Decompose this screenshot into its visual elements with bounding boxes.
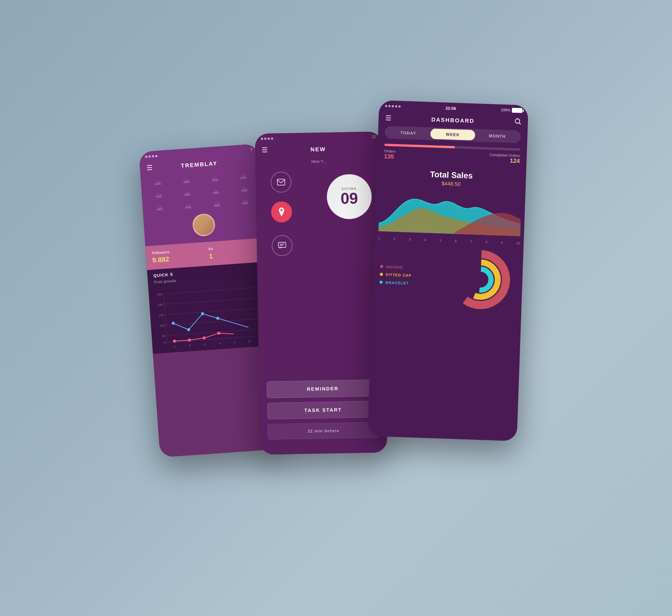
mountain-icon: ⛰ xyxy=(144,188,173,202)
mountain-icon: ⛰ xyxy=(200,172,229,186)
phone1-time: 2 xyxy=(250,147,252,151)
xaxis-9: 9 xyxy=(501,241,503,245)
mountain-icon: ⛰ xyxy=(145,201,174,215)
legend-hoodie: HOODIE xyxy=(380,264,439,270)
xaxis-8: 8 xyxy=(485,240,487,244)
svg-text:2: 2 xyxy=(189,344,191,347)
donut-chart-svg xyxy=(450,249,511,310)
xaxis-3: 3 xyxy=(409,237,411,241)
svg-line-33 xyxy=(519,123,521,124)
phone1-followers-value: 9.882 xyxy=(152,253,203,264)
svg-line-3 xyxy=(165,308,262,315)
phone2-signal xyxy=(261,137,273,140)
xaxis-1: 1 xyxy=(378,236,380,240)
phone2-buttons: REMINDER TASK START 22 min before xyxy=(259,379,387,440)
legend-label-bracelet: BRACELET xyxy=(386,280,409,285)
svg-text:250: 250 xyxy=(157,293,162,296)
legend-dot-bracelet xyxy=(380,281,383,284)
phone2-menu-icon[interactable]: ☰ xyxy=(262,146,268,154)
mountain-icon: ⛰ xyxy=(202,184,230,198)
xaxis-2: 2 xyxy=(393,237,395,241)
phone2-reminder-btn[interactable]: REMINDER xyxy=(267,379,379,398)
phone2-time: 22 xyxy=(371,134,376,139)
tab-month[interactable]: MONTH xyxy=(475,130,520,142)
phone1-signal xyxy=(145,155,157,158)
phone3-battery: 100% xyxy=(501,108,522,113)
phone3-donut-chart xyxy=(445,249,517,311)
phone1-chart-svg: 0 50 100 150 200 250 1 2 3 4 5 6 7 xyxy=(152,283,268,351)
phone1-following: Fo 1 xyxy=(208,243,260,260)
phone3-search-icon[interactable] xyxy=(514,118,522,127)
phone1-quick-text: Proin gravida xyxy=(154,279,176,284)
svg-text:4: 4 xyxy=(219,342,221,345)
progress-bar-fill xyxy=(385,144,455,149)
svg-rect-28 xyxy=(277,179,285,185)
legend-label-hoodie: HOODIE xyxy=(386,265,403,270)
svg-line-2 xyxy=(164,298,261,304)
svg-point-25 xyxy=(188,339,191,342)
phone3-menu-icon[interactable]: ☰ xyxy=(385,113,392,122)
xaxis-5: 5 xyxy=(439,239,441,242)
legend-bracelet: BRACELET xyxy=(380,280,438,286)
location-text: New Y... xyxy=(311,159,326,164)
svg-text:5: 5 xyxy=(233,340,236,344)
svg-text:200: 200 xyxy=(158,303,163,307)
phone1-line-chart: 0 50 100 150 200 250 1 2 3 4 5 6 7 xyxy=(148,280,272,354)
mountain-icon: ⛰ xyxy=(174,199,203,213)
svg-text:1: 1 xyxy=(174,345,176,348)
svg-text:3: 3 xyxy=(204,343,206,346)
phone1-pattern-grid: ⛰ ⛰ ⛰ ⛰ ⛰ ⛰ ⛰ ⛰ ⛰ ⛰ ⛰ ⛰ xyxy=(140,168,262,218)
phone3-battery-label: 100% xyxy=(501,108,510,112)
svg-point-20 xyxy=(172,322,175,325)
phone1-title: TREMBLAY xyxy=(181,160,218,169)
xaxis-10: 10 xyxy=(516,241,520,245)
mountain-icon: ⛰ xyxy=(173,186,202,200)
phone2-estimate-circle: ESTIMA 09 xyxy=(326,174,372,220)
phone2-est-value: 09 xyxy=(340,190,358,206)
xaxis-7: 7 xyxy=(470,240,472,243)
phone3-title: DASHBOARD xyxy=(431,116,475,124)
phone3-donut-section: HOODIE FITTED CAP BRACELET xyxy=(372,243,523,314)
mountain-icon: ⛰ xyxy=(172,174,201,187)
phone1-followers: Followers 9.882 xyxy=(152,248,203,264)
svg-text:150: 150 xyxy=(159,314,164,317)
phone-3: 22:06 100% ☰ DASHBOARD TODAY WEEK MONTH xyxy=(367,100,528,441)
svg-point-37 xyxy=(474,273,488,286)
mountain-icon: ⛰ xyxy=(230,182,259,196)
mountain-icon: ⛰ xyxy=(202,197,231,211)
phone2-header: ☰ NEW xyxy=(255,141,382,158)
phone2-title: NEW xyxy=(311,146,326,152)
svg-text:6: 6 xyxy=(248,340,251,343)
svg-point-23 xyxy=(216,317,220,320)
phone1-bg: 2 ☰ TREMBLAY ⛰ ⛰ ⛰ ⛰ ⛰ ⛰ ⛰ ⛰ ⛰ ⛰ ⛰ ⛰ xyxy=(139,144,265,246)
battery-bar-icon xyxy=(512,108,522,113)
phone3-time: 22:06 xyxy=(445,106,456,111)
mountain-icon: ⛰ xyxy=(229,169,258,183)
phone2-mail-btn[interactable] xyxy=(270,171,292,193)
svg-text:100: 100 xyxy=(159,324,165,327)
svg-point-32 xyxy=(515,119,520,123)
phone2-location-btn[interactable] xyxy=(271,201,292,223)
svg-point-26 xyxy=(203,336,206,340)
phone2-chat-btn[interactable] xyxy=(271,235,293,256)
completed-value: 124 xyxy=(510,158,520,165)
phone3-area-chart xyxy=(374,186,525,238)
svg-text:50: 50 xyxy=(162,334,165,338)
legend-fitted-cap: FITTED CAP xyxy=(380,272,438,278)
phone1-avatar xyxy=(192,213,216,237)
phone1-menu-icon[interactable]: ☰ xyxy=(146,164,153,172)
svg-line-4 xyxy=(166,318,262,325)
svg-line-1 xyxy=(164,287,260,294)
svg-rect-29 xyxy=(279,242,286,248)
legend-dot-hoodie xyxy=(380,265,383,268)
phone-2: 22 ☰ NEW New Y... xyxy=(255,131,388,455)
tab-week[interactable]: WEEK xyxy=(430,128,475,140)
phone2-task-start-btn[interactable]: TASK START xyxy=(267,401,379,419)
orders-value: 135 xyxy=(384,153,394,160)
legend-dot-fitted-cap xyxy=(380,273,383,276)
phone3-signal xyxy=(385,105,401,107)
phone2-main-area: ESTIMA 09 xyxy=(263,166,376,265)
phones-container: 2 ☰ TREMBLAY ⛰ ⛰ ⛰ ⛰ ⛰ ⛰ ⛰ ⛰ ⛰ ⛰ ⛰ ⛰ xyxy=(149,103,523,513)
svg-point-24 xyxy=(173,339,176,343)
tab-today[interactable]: TODAY xyxy=(386,127,430,139)
